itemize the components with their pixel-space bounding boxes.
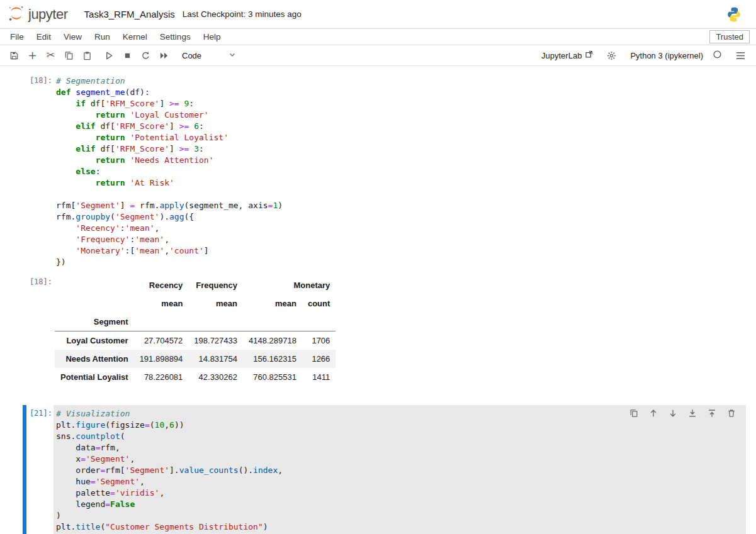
menu-settings[interactable]: Settings: [154, 30, 197, 43]
df-col-header: Frequency: [188, 276, 243, 294]
move-cell-down-button[interactable]: [667, 408, 679, 419]
df-col-header: Monetary: [243, 276, 336, 294]
menu-file[interactable]: File: [4, 30, 30, 43]
df-subcol-header: mean: [243, 294, 302, 313]
df-cell: 14.831754: [188, 350, 243, 368]
df-index-row: Segment: [55, 313, 336, 331]
trusted-button[interactable]: Trusted: [709, 30, 750, 43]
df-cell: 156.162315: [243, 350, 302, 368]
menu-help[interactable]: Help: [197, 30, 227, 43]
selected-cell-indicator: [23, 405, 26, 534]
cell-1-editor[interactable]: # Segmentationdef segment_me(df): if df[…: [54, 72, 746, 271]
df-cell: 198.727433: [188, 331, 243, 350]
df-subcol-header: mean: [188, 294, 243, 313]
jupyter-planet-icon: [8, 4, 25, 25]
chevron-down-icon: [228, 51, 236, 60]
output-area: RecencyFrequencyMonetarymeanmeanmeancoun…: [54, 274, 756, 389]
duplicate-cell-button[interactable]: [628, 408, 640, 419]
restart-run-all-button[interactable]: [155, 47, 173, 64]
main-menu-button[interactable]: [731, 47, 750, 64]
title-bar: jupyter Task3_RFM_Analysis Last Checkpoi…: [0, 0, 756, 29]
cell-2-editor[interactable]: # Visualizationplt.figure(figsize=(10,6)…: [54, 405, 746, 534]
df-colgroup-row: RecencyFrequencyMonetary: [55, 276, 336, 294]
jupyter-notebook-app: jupyter Task3_RFM_Analysis Last Checkpoi…: [0, 0, 756, 534]
df-subcol-header: mean: [134, 294, 189, 313]
insert-cell-above-button[interactable]: [706, 408, 718, 419]
df-subcol-row: meanmeanmeancount: [55, 294, 336, 313]
cell-2-prompt: [21]:: [23, 405, 52, 418]
df-cell: 4148.289718: [243, 331, 302, 350]
settings-gear-button[interactable]: [602, 47, 621, 64]
paste-cells-button[interactable]: [78, 47, 96, 64]
cell-1-prompt: [18]:: [23, 72, 52, 85]
notebook-panel: [18]: # Segmentationdef segment_me(df): …: [0, 66, 756, 534]
notebook-toolbar: + ✂ Code JupyterLab: [0, 45, 756, 66]
code-cell-2: [21]: # Visualizationplt.figure(figsize=…: [23, 405, 756, 534]
output-prompt: [18]:: [23, 274, 52, 286]
table-row: Needs Attention191.89889414.831754156.16…: [55, 350, 336, 368]
interrupt-kernel-button[interactable]: [118, 47, 137, 64]
df-cell: 760.825531: [243, 368, 302, 386]
cut-cells-button[interactable]: ✂: [42, 47, 60, 64]
menu-bar: File Edit View Run Kernel Settings Help …: [0, 29, 756, 45]
output-cell-1: [18]: RecencyFrequencyMonetarymeanmeanme…: [23, 274, 756, 389]
kernel-name[interactable]: Python 3 (ipykernel): [630, 51, 703, 60]
python-logo-icon: [726, 6, 742, 23]
df-cell: 191.898894: [134, 350, 189, 368]
df-row-index: Potential Loyalist: [55, 368, 134, 386]
jupyter-logo-text: jupyter: [28, 6, 68, 23]
insert-cell-button[interactable]: +: [23, 47, 42, 64]
jupyter-logo[interactable]: jupyter: [8, 4, 68, 25]
menu-run[interactable]: Run: [88, 30, 116, 43]
external-link-icon: [585, 50, 593, 60]
copy-cells-button[interactable]: [60, 47, 78, 64]
df-row-index: Loyal Customer: [55, 331, 134, 350]
df-cell: 1266: [302, 350, 336, 368]
output-dataframe: RecencyFrequencyMonetarymeanmeanmeancoun…: [55, 276, 336, 386]
save-button[interactable]: [5, 47, 23, 64]
run-cell-button[interactable]: [100, 47, 118, 64]
jupyterlab-link-label: JupyterLab: [541, 51, 582, 60]
restart-kernel-button[interactable]: [137, 47, 155, 64]
df-cell: 1706: [302, 331, 336, 350]
notebook-title[interactable]: Task3_RFM_Analysis: [84, 9, 175, 19]
df-col-header: Recency: [134, 276, 189, 294]
checkpoint-status: Last Checkpoint: 3 minutes ago: [183, 9, 302, 19]
kernel-status-indicator-icon: [713, 50, 722, 61]
code-cell-1: [18]: # Segmentationdef segment_me(df): …: [23, 72, 756, 271]
cell-toolbar: [628, 408, 737, 419]
df-index-label: Segment: [55, 313, 134, 331]
df-cell: 27.704572: [134, 331, 189, 350]
table-row: Loyal Customer27.704572198.7274334148.28…: [55, 331, 336, 350]
df-cell: 1411: [302, 368, 336, 386]
delete-cell-button[interactable]: [726, 408, 737, 419]
table-row: Potential Loyalist78.22608142.330262760.…: [55, 368, 336, 386]
menu-kernel[interactable]: Kernel: [116, 30, 154, 43]
df-subcol-header: count: [302, 294, 336, 313]
move-cell-up-button[interactable]: [648, 408, 659, 419]
df-cell: 78.226081: [134, 368, 189, 386]
df-cell: 42.330262: [188, 368, 243, 386]
menu-view[interactable]: View: [57, 30, 88, 43]
insert-cell-below-button[interactable]: [687, 408, 698, 419]
menu-edit[interactable]: Edit: [30, 30, 57, 43]
jupyterlab-link[interactable]: JupyterLab: [541, 50, 593, 60]
df-row-index: Needs Attention: [55, 350, 134, 368]
cell-type-dropdown[interactable]: Code: [179, 50, 239, 62]
cell-type-value: Code: [182, 51, 201, 60]
